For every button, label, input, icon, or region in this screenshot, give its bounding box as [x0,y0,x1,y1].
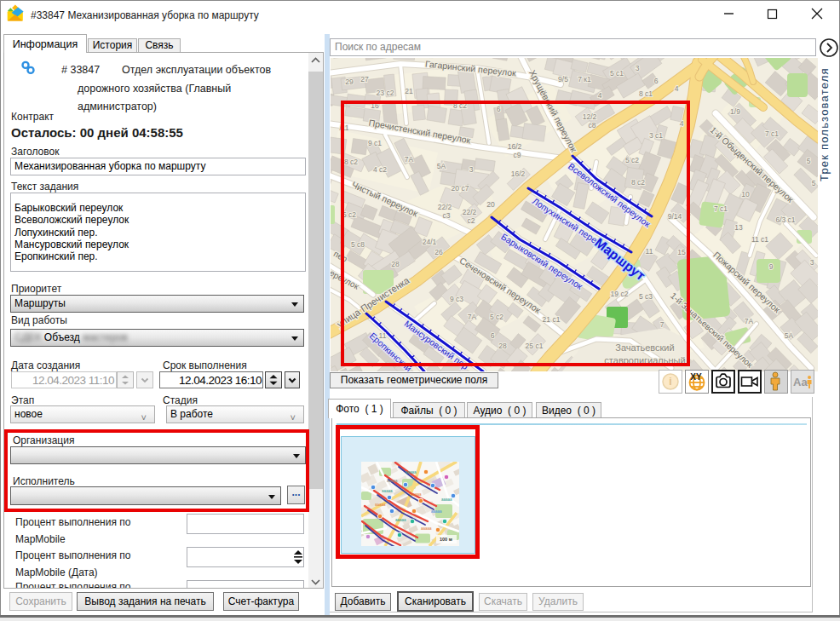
svg-text:1/9: 1/9 [730,107,740,116]
svg-text:29: 29 [345,78,354,86]
svg-text:21: 21 [405,87,413,95]
svg-text:6: 6 [654,77,659,85]
svg-text:3: 3 [636,64,640,72]
svg-text:XY: XY [690,372,702,382]
svg-text:7А: 7А [745,317,754,325]
svg-text:7 с1: 7 с1 [714,204,728,213]
svg-text:6/3 с1: 6/3 с1 [775,216,795,224]
svg-text:i: i [669,376,671,388]
svg-text:7 с1: 7 с1 [765,129,779,138]
svg-text:4: 4 [598,91,602,100]
svg-text:13: 13 [734,223,743,232]
svg-text:10: 10 [741,190,750,198]
svg-text:5: 5 [812,179,816,187]
svg-text:23 с2: 23 с2 [377,89,394,97]
svg-text:4: 4 [675,84,679,93]
svg-text:27: 27 [360,75,369,83]
svg-text:5А: 5А [785,331,794,340]
svg-text:9: 9 [769,262,774,271]
svg-text:5 с1: 5 с1 [610,69,624,78]
svg-text:5: 5 [807,157,811,165]
svg-text:3: 3 [810,258,814,267]
svg-text:11 с1: 11 с1 [751,235,768,244]
svg-text:8 с1: 8 с1 [639,89,653,98]
svg-text:9/5: 9/5 [558,75,568,83]
svg-text:Aa: Aa [793,376,808,388]
svg-text:7 к1: 7 к1 [578,75,591,83]
